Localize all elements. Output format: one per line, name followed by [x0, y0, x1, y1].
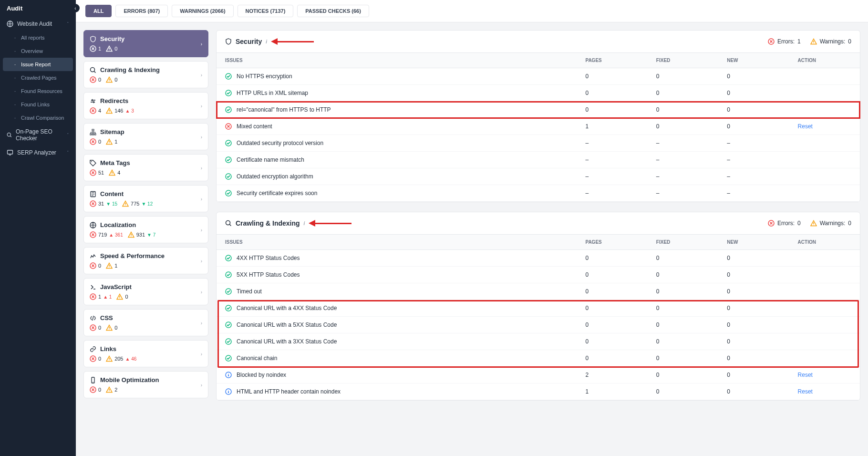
fixed-count: 0 [648, 85, 718, 102]
svg-rect-8 [90, 134, 92, 135]
fixed-count: 0 [648, 350, 718, 367]
issue-row[interactable]: Timed out 0 0 0 [217, 283, 860, 300]
issue-row[interactable]: rel="canonical" from HTTPS to HTTP 0 0 0 [217, 102, 860, 118]
nav-item-found-resources[interactable]: ·Found Resources [0, 84, 76, 98]
info-icon[interactable]: i [266, 39, 267, 44]
category-links[interactable]: Links 0 205▲ 46 › [83, 340, 208, 367]
nav-section-on-page-seo-checker[interactable]: On-Page SEO Checker˅ [0, 124, 76, 145]
pages-count: 1 [577, 118, 647, 135]
error-count: 0 [98, 139, 101, 145]
category-javascript[interactable]: JavaScript 1▲ 1 0 › [83, 278, 208, 305]
tab-passed[interactable]: PASSED CHECKS (66) [297, 5, 369, 17]
chevron-icon: ˄ [67, 21, 69, 26]
col-fixed[interactable]: FIXED [648, 53, 718, 68]
fixed-count: 0 [648, 267, 718, 283]
warning-count: 0 [125, 294, 128, 300]
svg-rect-10 [94, 134, 96, 135]
col-pages[interactable]: PAGES [577, 235, 647, 250]
issue-label: 5XX HTTP Status Codes [237, 271, 300, 278]
new-count: 0 [718, 283, 789, 300]
collapse-sidebar-button[interactable]: ‹ [71, 4, 80, 12]
issue-row[interactable]: Canonical chain 0 0 0 [217, 350, 860, 367]
warntri-icon [116, 293, 123, 300]
issue-row[interactable]: Outdated encryption algorithm – – – [217, 168, 860, 185]
svg-point-1 [7, 133, 10, 136]
reset-link[interactable]: Reset [798, 123, 813, 130]
info-icon[interactable]: i [304, 221, 305, 226]
warntri-icon [128, 231, 134, 238]
category-label: Links [100, 345, 116, 352]
tab-all[interactable]: ALL [85, 5, 112, 17]
errcircle-icon [90, 107, 96, 114]
category-content[interactable]: Content 31▼ 15 775▼ 12 › [83, 185, 208, 212]
category-meta-tags[interactable]: Meta Tags 51 4 › [83, 154, 208, 181]
nav-item-crawled-pages[interactable]: ·Crawled Pages [0, 71, 76, 84]
new-count: – [718, 185, 789, 202]
fixed-count: 0 [648, 333, 718, 350]
new-count: 0 [718, 68, 789, 85]
error-count: 1 [98, 294, 101, 300]
nav-item-overview[interactable]: ·Overview [0, 44, 76, 58]
chevron-right-icon: › [201, 103, 202, 108]
col-issues[interactable]: ISSUES [217, 53, 577, 68]
category-speed-performance[interactable]: Speed & Performance 0 1 › [83, 247, 208, 274]
issue-row[interactable]: Outdated security protocol version – – – [217, 135, 860, 152]
reset-link[interactable]: Reset [798, 388, 813, 395]
issue-row[interactable]: Canonical URL with a 5XX Status Code 0 0… [217, 317, 860, 333]
issue-row[interactable]: Certificate name mismatch – – – [217, 152, 860, 168]
category-mobile-optimization[interactable]: Mobile Optimization 0 2 › [83, 371, 208, 398]
category-localization[interactable]: Localization 719▲ 361 931▼ 7 › [83, 216, 208, 243]
warntri-icon [106, 76, 113, 83]
issue-row[interactable]: HTTP URLs in XML sitemap 0 0 0 [217, 85, 860, 102]
fixed-count: 0 [648, 317, 718, 333]
col-pages[interactable]: PAGES [577, 53, 647, 68]
tabs-bar: ALLERRORS (807)WARNINGS (2066)NOTICES (7… [76, 0, 868, 22]
issue-row[interactable]: Canonical URL with a 4XX Status Code 0 0… [217, 300, 860, 317]
block-title: Crawling & Indexing [236, 219, 300, 227]
category-redirects[interactable]: Redirects 4 146▲ 3 › [83, 92, 208, 119]
nav-item-issue-report[interactable]: ·Issue Report [3, 58, 73, 71]
tab-notices[interactable]: NOTICES (7137) [238, 5, 294, 17]
issue-row[interactable]: 4XX HTTP Status Codes 0 0 0 [217, 250, 860, 267]
nav-item-label: Overview [21, 48, 43, 54]
new-count: 0 [718, 85, 789, 102]
issue-label: Certificate name mismatch [237, 156, 304, 163]
nav-section-serp-analyzer[interactable]: SERP Analyzer˅ [0, 145, 76, 160]
category-label: CSS [100, 314, 113, 321]
category-security[interactable]: Security 1 0 › [83, 30, 208, 57]
nav-section-website-audit[interactable]: Website Audit˄ [0, 17, 76, 31]
nav-label: Website Audit [17, 21, 52, 27]
col-new[interactable]: NEW [718, 53, 789, 68]
nav-item-crawl-comparison[interactable]: ·Crawl Comparison [0, 111, 76, 124]
pages-count: – [577, 168, 647, 185]
nav-item-all-reports[interactable]: ·All reports [0, 31, 76, 44]
warntri-icon [106, 262, 113, 269]
check-icon [225, 73, 232, 80]
issue-row[interactable]: No HTTPS encryption 0 0 0 [217, 68, 860, 85]
warnings-value: 0 [848, 220, 851, 227]
chevron-right-icon: › [201, 196, 202, 201]
category-sitemap[interactable]: Sitemap 0 1 › [83, 123, 208, 150]
issue-row[interactable]: 5XX HTTP Status Codes 0 0 0 [217, 267, 860, 283]
content-icon [90, 191, 96, 197]
issue-row[interactable]: Mixed content 1 0 0 Reset [217, 118, 860, 135]
category-label: Mobile Optimization [100, 376, 159, 383]
issue-row[interactable]: Canonical URL with a 3XX Status Code 0 0… [217, 333, 860, 350]
col-issues[interactable]: ISSUES [217, 235, 577, 250]
error-count: 1 [98, 46, 101, 52]
category-css[interactable]: CSS 0 0 › [83, 309, 208, 336]
tab-warnings[interactable]: WARNINGS (2066) [172, 5, 233, 17]
nav-item-found-links[interactable]: ·Found Links [0, 98, 76, 111]
globe-icon [7, 21, 13, 27]
issue-row[interactable]: HTML and HTTP header contain noindex 1 0… [217, 383, 860, 400]
pages-count: 1 [577, 383, 647, 400]
issue-row[interactable]: Security certificate expires soon – – – [217, 185, 860, 202]
col-fixed[interactable]: FIXED [648, 235, 718, 250]
category-crawling-indexing[interactable]: Crawling & Indexing 0 0 › [83, 61, 208, 88]
issue-row[interactable]: Blocked by noindex 2 0 0 Reset [217, 367, 860, 383]
tab-errors[interactable]: ERRORS (807) [115, 5, 168, 17]
nav-label: SERP Analyzer [17, 149, 56, 156]
col-new[interactable]: NEW [718, 235, 789, 250]
reset-link[interactable]: Reset [798, 372, 813, 378]
errcircle-icon [90, 45, 96, 52]
